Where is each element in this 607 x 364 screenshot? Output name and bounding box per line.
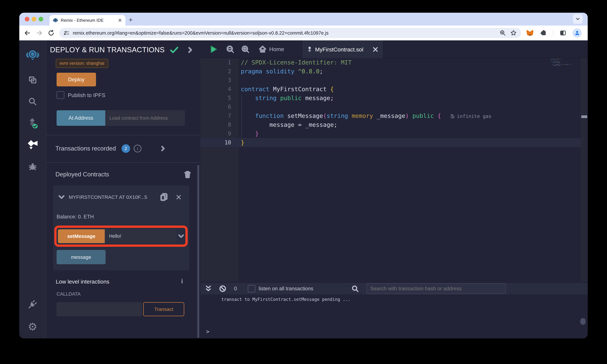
- compile-success-check-icon: [170, 46, 178, 53]
- screenshot-stage: Remix - Ethereum IDE ✕ + remix.ethereum.…: [0, 0, 607, 364]
- divider: [46, 162, 200, 163]
- deploy-run-panel: DEPLOY & RUN TRANSACTIONS evm version: s…: [46, 40, 200, 338]
- transactions-recorded-row: Transactions recorded 2 i: [55, 144, 165, 153]
- publish-ipfs-checkbox[interactable]: [57, 91, 64, 99]
- url-bar[interactable]: remix.ethereum.org/#lang=en&optimize=fal…: [59, 28, 521, 38]
- zoom-in-icon[interactable]: [241, 45, 250, 53]
- zoom-out-icon[interactable]: [226, 45, 235, 53]
- evm-version-badge: evm version: shanghai: [56, 59, 108, 68]
- info-icon[interactable]: i: [134, 145, 141, 152]
- terminal-prompt[interactable]: >: [206, 328, 209, 335]
- refresh-button[interactable]: [47, 29, 55, 37]
- debugger-icon[interactable]: [28, 162, 38, 171]
- profile-avatar[interactable]: [572, 28, 582, 38]
- gas-pump-icon: [450, 114, 455, 118]
- fullscreen-window-button[interactable]: [39, 17, 43, 21]
- highlight-annotation-box: setMessage: [54, 225, 188, 247]
- solidity-compiler-icon[interactable]: [27, 117, 38, 129]
- plugin-manager-icon[interactable]: [28, 299, 38, 309]
- minimap[interactable]: // SPDX-License-Identifier: MITpragma so…: [550, 58, 581, 85]
- panel-scrollbar[interactable]: [197, 165, 199, 338]
- trash-icon[interactable]: [184, 171, 191, 178]
- code-area[interactable]: 1// SPDX-License-Identifier: MIT2pragma …: [200, 58, 588, 282]
- transactions-recorded-label: Transactions recorded: [55, 145, 116, 152]
- icon-rail: ⚙: [19, 40, 46, 338]
- editor-scroll-strip[interactable]: [581, 58, 588, 282]
- home-icon: [259, 46, 266, 53]
- indent-guide: [241, 95, 242, 139]
- deployed-contracts-row: Deployed Contracts: [55, 171, 191, 178]
- minimize-window-button[interactable]: [32, 17, 36, 21]
- at-address-input[interactable]: [105, 110, 185, 126]
- run-script-icon[interactable]: [209, 45, 218, 53]
- file-tab-label: MyFirstContract.sol: [315, 46, 363, 53]
- expand-chevron-icon[interactable]: [160, 145, 165, 152]
- calldata-input[interactable]: [57, 302, 142, 316]
- set-message-input[interactable]: [105, 229, 176, 243]
- tab-close-icon[interactable]: ✕: [118, 17, 122, 23]
- listen-all-checkbox[interactable]: [248, 285, 255, 292]
- panel-collapse-chevron-icon[interactable]: [187, 47, 193, 53]
- browser-tab[interactable]: Remix - Ethereum IDE ✕: [50, 15, 125, 26]
- close-tab-icon[interactable]: [373, 47, 378, 52]
- message-getter-button[interactable]: message: [57, 250, 106, 264]
- collapse-chevron-down-icon[interactable]: [59, 195, 65, 199]
- listen-all-label[interactable]: listen on all transactions: [259, 286, 313, 292]
- at-address-button[interactable]: At Address: [57, 110, 105, 126]
- file-explorer-icon[interactable]: [28, 75, 38, 85]
- copy-address-icon[interactable]: [160, 193, 168, 201]
- collapse-terminal-icon[interactable]: [205, 285, 212, 292]
- remove-contract-icon[interactable]: [176, 195, 181, 200]
- close-window-button[interactable]: [25, 17, 29, 21]
- back-button[interactable]: [24, 29, 31, 37]
- deploy-run-icon[interactable]: [27, 140, 38, 150]
- tab-myfirstcontract[interactable]: MyFirstContract.sol: [303, 41, 383, 58]
- zoom-page-icon[interactable]: [499, 29, 506, 37]
- search-icon[interactable]: [28, 97, 38, 106]
- metamask-icon[interactable]: [526, 29, 534, 37]
- panel-title: DEPLOY & RUN TRANSACTIONS: [50, 46, 165, 54]
- set-message-button[interactable]: setMessage: [58, 229, 105, 243]
- terminal-scroll-thumb[interactable]: [580, 318, 586, 325]
- clear-console-icon[interactable]: [219, 285, 226, 292]
- tab-search-button[interactable]: [573, 14, 583, 24]
- home-tab-label: Home: [269, 46, 284, 52]
- terminal: 0 listen on all transactions transact to…: [200, 282, 588, 338]
- browser-window: Remix - Ethereum IDE ✕ + remix.ethereum.…: [19, 13, 588, 338]
- divider: [46, 135, 200, 135]
- bookmark-star-icon[interactable]: [510, 29, 517, 37]
- person-icon: [574, 30, 580, 36]
- browser-menu-button[interactable]: ⋮: [587, 32, 588, 34]
- remix-favicon-icon: [53, 18, 58, 23]
- terminal-search-icon: [352, 285, 359, 292]
- toolbar-extensions: ⋮: [526, 28, 588, 38]
- forward-button[interactable]: [36, 29, 43, 37]
- settings-gear-icon[interactable]: ⚙: [28, 321, 37, 333]
- transact-button[interactable]: Transact: [143, 302, 184, 316]
- remix-app: ⚙ DEPLOY & RUN TRANSACTIONS evm version:…: [19, 40, 588, 338]
- code-editor: Home MyFirstContract.sol 1// SPDX-Licens…: [200, 40, 588, 282]
- toolbar-separator: [553, 29, 554, 37]
- side-panel-icon[interactable]: [559, 29, 567, 37]
- publish-ipfs-label[interactable]: Publish to IPFS: [68, 92, 105, 98]
- transactions-count-badge: 2: [121, 144, 130, 153]
- terminal-toolbar: 0 listen on all transactions: [200, 283, 588, 294]
- tab-home[interactable]: Home: [256, 40, 288, 58]
- deployed-contracts-label: Deployed Contracts: [55, 171, 109, 178]
- contract-balance: Balance: 0. ETH: [57, 214, 94, 220]
- terminal-log-line: transact to MyFirstContract.setMessage p…: [221, 297, 351, 302]
- url-text[interactable]: remix.ethereum.org/#lang=en&optimize=fal…: [73, 30, 496, 36]
- contract-card-header[interactable]: MYFIRSTCONTRACT AT 0X10F...5: [59, 193, 185, 201]
- deploy-button[interactable]: Deploy: [57, 73, 96, 86]
- deployed-contract-card: MYFIRSTCONTRACT AT 0X10F...5 Balance: 0.…: [53, 185, 189, 270]
- expand-args-chevron-icon[interactable]: [178, 234, 184, 238]
- terminal-search-field[interactable]: [366, 283, 506, 294]
- browser-tabstrip: Remix - Ethereum IDE ✕ +: [19, 13, 588, 26]
- site-settings-icon[interactable]: [63, 30, 70, 36]
- low-level-title: Low level interactions: [56, 278, 109, 285]
- new-tab-button[interactable]: +: [129, 17, 133, 23]
- remix-logo-icon[interactable]: [26, 48, 39, 61]
- low-level-info-icon[interactable]: i: [181, 277, 183, 285]
- extensions-puzzle-icon[interactable]: [540, 29, 547, 37]
- terminal-search-input[interactable]: [367, 286, 502, 292]
